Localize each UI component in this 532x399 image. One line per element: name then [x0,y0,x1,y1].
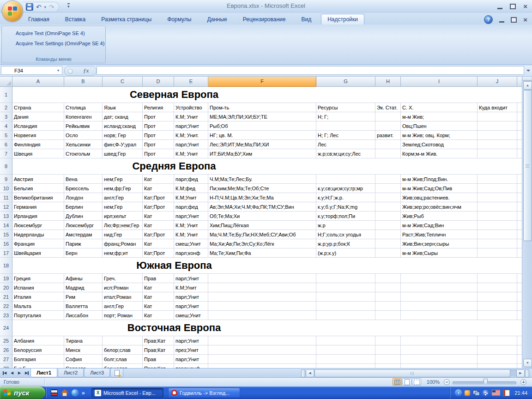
cell-H16[interactable] [375,239,401,248]
cell-C12[interactable]: нем;Гер [103,202,143,212]
row-number-26[interactable]: 26 [0,345,12,355]
cell-J23[interactable] [478,311,517,320]
page-break-view-button[interactable] [412,378,421,386]
cell-G11[interactable]: к.у;Н;Г;ж.р. [316,193,375,202]
cell-E27[interactable]: парл;Унит [174,355,208,364]
tab-Рецензирование[interactable]: Рецензирование [237,15,292,24]
cell-E6[interactable]: парл;Унит [174,140,208,149]
cell-H17[interactable] [375,248,401,258]
cell-A4[interactable]: Исландия [12,121,64,131]
cell-A17[interactable]: Швейцария [12,248,64,258]
cell-G13[interactable]: к.у;торф;пол;Пи [316,212,375,221]
cell-G16[interactable]: ж.р;ур.р;бок;К [316,239,375,248]
cell-G14[interactable]: ж.р [316,221,375,230]
cell-D3[interactable]: Прот [143,112,174,121]
cell-H21[interactable] [375,292,401,302]
cell-H4[interactable] [375,121,401,131]
vertical-scrollbar[interactable]: ▲ ▼ [522,77,532,368]
cell-F27[interactable] [208,355,316,364]
scroll-right-icon[interactable]: ▶ [516,369,525,377]
cell-A13[interactable]: Ирландия [12,212,64,221]
cell-I6[interactable]: Землед;Скотовод [401,140,478,149]
cell-I2[interactable]: С. Х. [401,103,478,112]
cell-H6[interactable] [375,140,401,149]
cell-F5[interactable]: НГ; цв. М. [208,131,316,140]
cell-C19[interactable]: Греч. [103,274,143,283]
cell-J19[interactable] [478,274,517,283]
restore-button[interactable] [510,4,516,9]
prev-sheet-icon[interactable]: ◀ [8,369,16,377]
column-header-G[interactable]: G [316,77,375,87]
cell-E4[interactable]: парл;Унит [174,121,208,131]
tab-Вставка[interactable]: Вставка [59,15,92,24]
cell-D17[interactable]: Кат;Прот [143,248,174,258]
cell-H23[interactable] [375,311,401,320]
cell-F20[interactable] [208,283,316,292]
cell-D16[interactable]: Кат [143,239,174,248]
merged-title-cell[interactable]: Средняя Европа [12,158,522,175]
cell-E21[interactable]: парл;Унит [174,292,208,302]
cell-G25[interactable] [316,336,375,345]
cell-B19[interactable]: Афины [64,274,103,283]
cell-D15[interactable]: Кат;Прот [143,230,174,239]
row-number-8[interactable]: 8 [0,158,12,175]
cell-H9[interactable] [375,175,401,184]
column-header-C[interactable]: C [103,77,143,87]
zoom-out-icon[interactable]: − [444,379,450,385]
cell-I10[interactable]: м-м Жив;Сад;Ов;Пив [401,184,478,193]
row-number-25[interactable]: 25 [0,336,12,345]
cell-B13[interactable]: Дублин [64,212,103,221]
cell-A11[interactable]: Великобритания [12,193,64,202]
cell-I12[interactable]: Жив;зер;ро;овёс;вин;ячм [401,202,478,212]
cell-D2[interactable]: Религия [143,103,174,112]
zoom-level[interactable]: 100% [427,378,440,387]
cell-E16[interactable]: смеш;Унит [174,239,208,248]
cell-C10[interactable]: нем,фр;Гер [103,184,143,193]
cell-E10[interactable]: К.М;фед [174,184,208,193]
cell-B6[interactable]: Хельсинки [64,140,103,149]
cell-F21[interactable] [208,292,316,302]
cell-E5[interactable]: К.М; Унит. [174,131,208,140]
cell-B20[interactable]: Мадрид [64,283,103,292]
cell-E7[interactable]: К.М; Унит [174,149,208,158]
cell-A12[interactable]: Германия [12,202,64,212]
cell-A23[interactable]: Португалия [12,311,64,320]
cell-D12[interactable]: Кат;Прот [143,202,174,212]
cell-D25[interactable]: Прав;Кат [143,336,174,345]
acquire-text-command[interactable]: Acquire Text (OmniPage SE 4) [16,30,85,36]
cell-E28[interactable]: парл;конф [174,364,208,368]
sheet-tab-Лист1[interactable]: Лист1 [30,369,57,377]
network-icon[interactable] [473,390,480,396]
cell-H25[interactable] [375,336,401,345]
cell-J11[interactable] [478,193,517,202]
cell-E20[interactable]: К.М;Унит [174,283,208,292]
cell-G17[interactable]: (ж.р;к.у) [316,248,375,258]
cell-F2[interactable]: Пром-ть [208,103,316,112]
cell-C27[interactable]: болг;слав [103,355,143,364]
cell-J25[interactable] [478,336,517,345]
cell-C13[interactable]: ирл;кельт [103,212,143,221]
cell-C4[interactable]: исланд;сканд [103,121,143,131]
row-number-11[interactable]: 11 [0,193,12,202]
cell-D10[interactable]: Кат [143,184,174,193]
acquire-text-settings-command[interactable]: Acquire Text Settings (OmniPage SE 4) [16,41,104,46]
cell-D28[interactable]: Прав;Кат [143,364,174,368]
cell-G5[interactable]: Н; Г; Лес [316,131,375,140]
tab-Разметка страницы[interactable]: Разметка страницы [95,15,157,24]
start-button[interactable]: пуск [0,387,45,399]
cell-J4[interactable] [478,121,517,131]
cell-A19[interactable]: Греция [12,274,64,283]
cell-C21[interactable]: итал;Роман [103,292,143,302]
row-number-17[interactable]: 17 [0,248,12,258]
cell-C11[interactable]: англ;Гер [103,193,143,202]
cell-B23[interactable]: Лиссабон [64,311,103,320]
cell-E14[interactable]: К.М; Унит [174,221,208,230]
cell-I23[interactable] [401,311,478,320]
cell-J12[interactable] [478,202,517,212]
cell-I14[interactable]: м-м Жив;Сад;Вин [401,221,478,230]
cell-C5[interactable]: норв; Гер [103,131,143,140]
cell-C17[interactable]: нем;фр;ит [103,248,143,258]
cell-H14[interactable] [375,221,401,230]
cell-H27[interactable] [375,355,401,364]
cell-J13[interactable] [478,212,517,221]
